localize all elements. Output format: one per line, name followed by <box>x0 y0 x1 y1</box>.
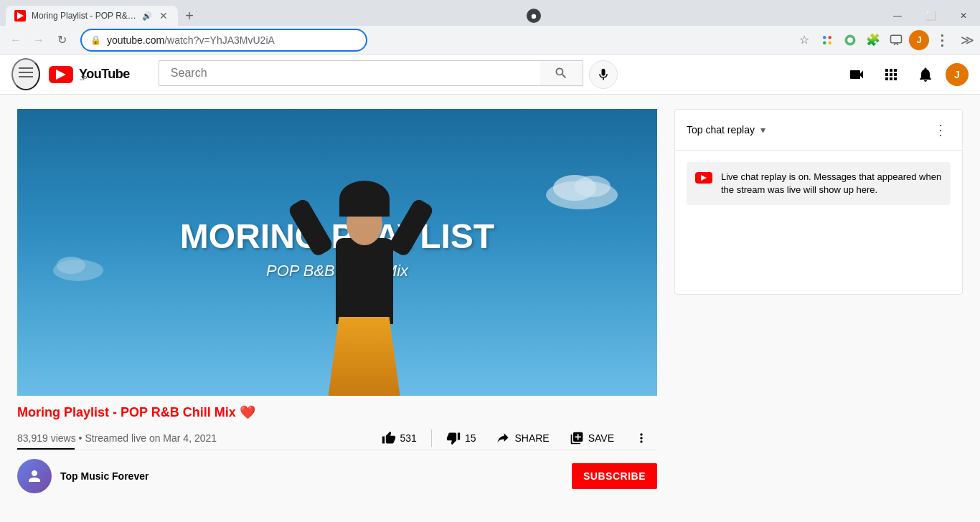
channel-name: Top Music Forever <box>60 470 149 482</box>
sidebar-expand-button[interactable]: ≫ <box>961 32 974 48</box>
like-count: 531 <box>400 432 417 444</box>
more-icon <box>634 431 649 445</box>
user-avatar[interactable]: J <box>946 63 969 86</box>
save-icon <box>570 431 584 445</box>
svg-rect-8 <box>19 72 33 73</box>
video-actions: 531 15 <box>373 427 657 450</box>
svg-rect-9 <box>19 76 33 77</box>
subscribe-section: Top Music Forever SUBSCRIBE <box>17 450 657 493</box>
chat-notice: Live chat replay is on. Messages that ap… <box>687 162 951 205</box>
save-label: SAVE <box>588 432 614 444</box>
like-button[interactable]: 531 <box>373 427 425 450</box>
share-button[interactable]: SHARE <box>487 427 557 450</box>
url-path: /watch?v=YhJA3MvU2iA <box>164 34 275 46</box>
svg-point-5 <box>847 37 853 43</box>
tab-title: Moring Playlist - POP R&B C <box>32 11 136 21</box>
chrome-extension-icon[interactable] <box>840 30 860 50</box>
profile-chrome-button[interactable]: J <box>909 30 929 50</box>
subscribe-button[interactable]: SUBSCRIBE <box>572 463 657 489</box>
dislike-count: 15 <box>465 432 476 444</box>
video-player[interactable]: MORING PLAYLIST POP B&B cHiLL Mix <box>17 109 657 396</box>
chat-message-area: Live chat replay is on. Messages that ap… <box>675 151 962 294</box>
svg-point-3 <box>829 41 832 44</box>
tab-bar: Moring Playlist - POP R&B C 🔊 ✕ + ⏺ — ⬜ … <box>0 0 980 26</box>
star-icon[interactable]: ☆ <box>794 30 814 50</box>
dislike-icon <box>446 431 461 445</box>
main-content: MORING PLAYLIST POP B&B cHiLL Mix <box>0 95 980 516</box>
chat-title: Top chat replay <box>687 124 755 136</box>
url-domain: youtube.com <box>107 34 164 46</box>
cast-icon[interactable] <box>886 30 906 50</box>
chat-sidebar: Top chat replay ▾ ⋮ Live chat replay is … <box>674 109 963 502</box>
browser-tab[interactable]: Moring Playlist - POP R&B C 🔊 ✕ <box>6 6 178 26</box>
chat-notice-icon <box>695 172 712 184</box>
chrome-menu-button[interactable]: ⋮ <box>932 30 952 50</box>
person-figure <box>293 195 436 396</box>
clouds <box>539 166 625 212</box>
svg-point-12 <box>575 176 611 197</box>
close-button[interactable]: ✕ <box>947 6 980 26</box>
svg-rect-7 <box>19 67 33 69</box>
svg-rect-6 <box>891 35 902 43</box>
youtube-app: YouTube JP <box>0 54 980 516</box>
chat-menu-button[interactable]: ⋮ <box>930 118 951 141</box>
video-section: MORING PLAYLIST POP B&B cHiLL Mix <box>17 109 657 502</box>
maximize-button[interactable]: ⬜ <box>914 6 947 26</box>
lock-icon: 🔒 <box>90 35 101 45</box>
save-button[interactable]: SAVE <box>561 427 623 450</box>
clouds-2 <box>50 252 107 283</box>
search-button[interactable] <box>540 60 583 86</box>
chat-notice-play-icon <box>701 175 707 181</box>
tab-favicon <box>14 10 26 22</box>
address-bar-row: ← → ↻ 🔒 youtube.com/watch?v=YhJA3MvU2iA … <box>0 26 980 54</box>
action-divider <box>431 430 432 447</box>
chat-title-area: Top chat replay ▾ <box>687 124 765 136</box>
google-lens-icon[interactable] <box>817 30 837 50</box>
profile-avatar-chrome: J <box>909 30 929 50</box>
forward-button[interactable]: → <box>29 30 49 50</box>
youtube-logo[interactable]: YouTube JP <box>49 66 130 83</box>
chat-notice-text: Live chat replay is on. Messages that ap… <box>721 171 942 196</box>
apps-button[interactable] <box>877 60 905 89</box>
record-icon: ⏺ <box>530 12 537 20</box>
svg-point-14 <box>57 257 85 274</box>
like-icon <box>382 431 396 445</box>
dislike-button[interactable]: 15 <box>438 427 485 450</box>
refresh-button[interactable]: ↻ <box>52 30 72 50</box>
new-tab-button[interactable]: + <box>181 7 198 24</box>
more-button[interactable] <box>626 427 657 450</box>
svg-point-1 <box>829 36 832 39</box>
search-input[interactable] <box>159 60 540 86</box>
address-box[interactable]: 🔒 youtube.com/watch?v=YhJA3MvU2iA <box>80 29 367 52</box>
window-controls: — ⬜ ✕ <box>881 6 980 26</box>
youtube-logo-icon <box>49 66 73 83</box>
create-video-button[interactable] <box>842 60 871 89</box>
video-stats: 83,919 views • Streamed live on Mar 4, 2… <box>17 432 217 444</box>
channel-avatar <box>17 459 52 493</box>
tab-close-button[interactable]: ✕ <box>158 10 169 22</box>
video-info: Moring Playlist - POP R&B Chill Mix ❤️ 8… <box>17 396 657 502</box>
extensions-icon[interactable]: 🧩 <box>863 30 883 50</box>
search-form <box>159 60 618 89</box>
youtube-logo-suffix: JP <box>80 75 130 82</box>
url-text: youtube.com/watch?v=YhJA3MvU2iA <box>107 34 357 46</box>
voice-search-button[interactable] <box>589 60 618 89</box>
yt-header: YouTube JP <box>0 54 980 95</box>
notifications-button[interactable] <box>911 60 940 89</box>
tab-audio-icon: 🔊 <box>142 11 152 21</box>
toolbar-icons: ☆ 🧩 <box>794 30 952 50</box>
hamburger-menu-button[interactable] <box>11 58 40 90</box>
chat-header: Top chat replay ▾ ⋮ <box>675 110 962 151</box>
video-title[interactable]: Moring Playlist - POP R&B Chill Mix ❤️ <box>17 404 657 421</box>
video-thumbnail: MORING PLAYLIST POP B&B cHiLL Mix <box>17 109 657 396</box>
chat-dropdown-icon[interactable]: ▾ <box>760 124 765 136</box>
video-meta: 83,919 views • Streamed live on Mar 4, 2… <box>17 427 657 450</box>
share-icon <box>496 431 510 445</box>
browser-window: Moring Playlist - POP R&B C 🔊 ✕ + ⏺ — ⬜ … <box>0 0 980 54</box>
back-button[interactable]: ← <box>6 30 26 50</box>
minimize-button[interactable]: — <box>881 6 914 26</box>
svg-point-0 <box>823 36 826 39</box>
share-label: SHARE <box>514 432 549 444</box>
header-actions: J <box>842 60 969 89</box>
svg-point-2 <box>823 41 826 44</box>
